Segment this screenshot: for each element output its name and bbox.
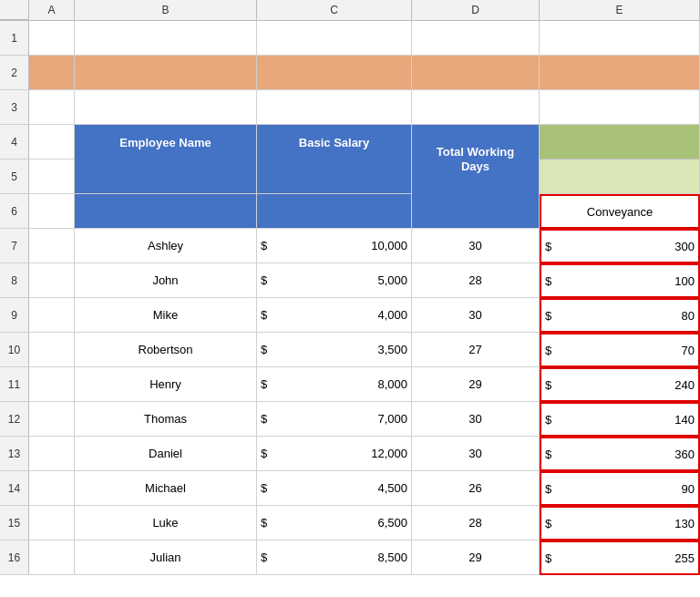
cell-c1[interactable]: [257, 21, 412, 56]
cell-a2[interactable]: [29, 56, 75, 90]
cell-d12-days[interactable]: 30: [412, 402, 540, 437]
row-num-13[interactable]: 13: [0, 437, 29, 471]
cell-a16[interactable]: [29, 540, 75, 575]
cell-a7[interactable]: [29, 229, 75, 263]
cell-c15-salary[interactable]: $ 6,500: [257, 506, 412, 540]
col-header-c[interactable]: C: [257, 0, 412, 20]
col-header-d[interactable]: D: [412, 0, 540, 20]
cell-b6[interactable]: [75, 194, 257, 229]
cell-d15-days[interactable]: 28: [412, 506, 540, 540]
cell-b8-name[interactable]: John: [75, 263, 257, 298]
row-num-16[interactable]: 16: [0, 540, 29, 575]
cell-a13[interactable]: [29, 437, 75, 471]
cell-e14-conv[interactable]: $ 90: [540, 471, 700, 506]
cell-b12-name[interactable]: Thomas: [75, 402, 257, 437]
cell-d7-days[interactable]: 30: [412, 229, 540, 263]
row-num-11[interactable]: 11: [0, 367, 29, 402]
cell-c3[interactable]: [257, 90, 412, 125]
cell-e6-conveyance[interactable]: Conveyance: [540, 194, 700, 229]
cell-a8[interactable]: [29, 263, 75, 298]
cell-e8-conv[interactable]: $ 100: [540, 263, 700, 298]
cell-a3[interactable]: [29, 90, 75, 125]
col-header-e[interactable]: E: [540, 0, 700, 20]
row-num-6[interactable]: 6: [0, 194, 29, 229]
cell-a1[interactable]: [29, 21, 75, 56]
cell-a15[interactable]: [29, 506, 75, 540]
cell-c6[interactable]: [257, 194, 412, 229]
cell-b16-name[interactable]: Julian: [75, 540, 257, 575]
col-header-b[interactable]: B: [75, 0, 257, 20]
cell-d3[interactable]: [412, 90, 540, 125]
cell-d4-header[interactable]: Total WorkingDays: [412, 125, 540, 194]
cell-b11-name[interactable]: Henry: [75, 367, 257, 402]
row-num-14[interactable]: 14: [0, 471, 29, 506]
cell-c9-salary[interactable]: $ 4,000: [257, 298, 412, 333]
cell-d13-days[interactable]: 30: [412, 437, 540, 471]
cell-e7-conv[interactable]: $ 300: [540, 229, 700, 263]
cell-a6[interactable]: [29, 194, 75, 229]
row-num-5[interactable]: 5: [0, 160, 29, 194]
cell-d2[interactable]: [412, 56, 540, 90]
cell-c16-salary[interactable]: $ 8,500: [257, 540, 412, 575]
cell-a4[interactable]: [29, 125, 75, 160]
cell-d11-days[interactable]: 29: [412, 367, 540, 402]
cell-b14-name[interactable]: Michael: [75, 471, 257, 506]
cell-b4-header[interactable]: Employee Name: [75, 125, 257, 160]
cell-c8-salary[interactable]: $ 5,000: [257, 263, 412, 298]
cell-e3[interactable]: [540, 90, 700, 125]
cell-a12[interactable]: [29, 402, 75, 437]
cell-c5-header[interactable]: [257, 160, 412, 194]
cell-e15-conv[interactable]: $ 130: [540, 506, 700, 540]
cell-a11[interactable]: [29, 367, 75, 402]
cell-d16-days[interactable]: 29: [412, 540, 540, 575]
cell-c7-salary[interactable]: $ 10,000: [257, 229, 412, 263]
cell-b5-header[interactable]: [75, 160, 257, 194]
cell-d9-days[interactable]: 30: [412, 298, 540, 333]
row-num-15[interactable]: 15: [0, 506, 29, 540]
row-num-7[interactable]: 7: [0, 229, 29, 263]
cell-d14-days[interactable]: 26: [412, 471, 540, 506]
row-num-12[interactable]: 12: [0, 402, 29, 437]
cell-d10-days[interactable]: 27: [412, 333, 540, 367]
cell-b3[interactable]: [75, 90, 257, 125]
row-num-1[interactable]: 1: [0, 21, 29, 56]
row-num-9[interactable]: 9: [0, 298, 29, 333]
cell-b9-name[interactable]: Mike: [75, 298, 257, 333]
cell-b2[interactable]: [75, 56, 257, 90]
cell-c11-salary[interactable]: $ 8,000: [257, 367, 412, 402]
cell-e12-conv[interactable]: $ 140: [540, 402, 700, 437]
row-num-8[interactable]: 8: [0, 263, 29, 298]
cell-c2[interactable]: [257, 56, 412, 90]
cell-a14[interactable]: [29, 471, 75, 506]
row-num-10[interactable]: 10: [0, 333, 29, 367]
cell-c12-salary[interactable]: $ 7,000: [257, 402, 412, 437]
cell-d1[interactable]: [412, 21, 540, 56]
cell-e16-conv[interactable]: $ 255: [540, 540, 700, 575]
cell-a5[interactable]: [29, 160, 75, 194]
col-header-a[interactable]: A: [29, 0, 75, 20]
cell-c13-salary[interactable]: $ 12,000: [257, 437, 412, 471]
cell-d8-days[interactable]: 28: [412, 263, 540, 298]
cell-c14-salary[interactable]: $ 4,500: [257, 471, 412, 506]
cell-a10[interactable]: [29, 333, 75, 367]
cell-e13-conv[interactable]: $ 360: [540, 437, 700, 471]
cell-d6[interactable]: [412, 194, 540, 229]
row-num-2[interactable]: 2: [0, 56, 29, 90]
cell-b15-name[interactable]: Luke: [75, 506, 257, 540]
cell-b7-name[interactable]: Ashley: [75, 229, 257, 263]
cell-e4-green[interactable]: [540, 125, 700, 160]
cell-c4-header[interactable]: Basic Salary: [257, 125, 412, 160]
row-num-3[interactable]: 3: [0, 90, 29, 125]
cell-b10-name[interactable]: Robertson: [75, 333, 257, 367]
cell-e5-green-light[interactable]: [540, 160, 700, 194]
cell-b1[interactable]: [75, 21, 257, 56]
cell-c10-salary[interactable]: $ 3,500: [257, 333, 412, 367]
cell-e10-conv[interactable]: $ 70: [540, 333, 700, 367]
cell-b13-name[interactable]: Daniel: [75, 437, 257, 471]
row-num-4[interactable]: 4: [0, 125, 29, 160]
cell-e9-conv[interactable]: $ 80: [540, 298, 700, 333]
cell-e2[interactable]: [540, 56, 700, 90]
cell-a9[interactable]: [29, 298, 75, 333]
cell-e11-conv[interactable]: $ 240: [540, 367, 700, 402]
cell-e1[interactable]: [540, 21, 700, 56]
